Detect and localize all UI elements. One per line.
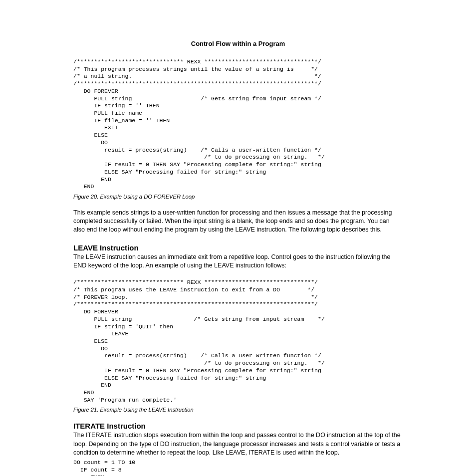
- code-block-iterate: DO count = 1 TO 10 IF count = 8 THEN ITE…: [73, 459, 403, 476]
- heading-leave: LEAVE Instruction: [73, 243, 403, 252]
- paragraph-iterate: The ITERATE instruction stops execution …: [73, 431, 403, 457]
- code-block-do-forever: /******************************* REXX **…: [73, 58, 403, 191]
- heading-iterate: ITERATE Instruction: [73, 422, 403, 430]
- figure-caption-21: Figure 21. Example Using the LEAVE Instr…: [73, 407, 403, 413]
- document-page: Control Flow within a Program /*********…: [43, 0, 433, 476]
- figure-caption-20: Figure 20. Example Using a DO FOREVER Lo…: [73, 194, 403, 200]
- paragraph-leave: The LEAVE instruction causes an immediat…: [73, 253, 403, 270]
- running-header: Control Flow within a Program: [73, 40, 403, 47]
- paragraph-intro: This example sends strings to a user-wri…: [73, 209, 403, 235]
- code-block-leave: /******************************* REXX **…: [73, 279, 403, 404]
